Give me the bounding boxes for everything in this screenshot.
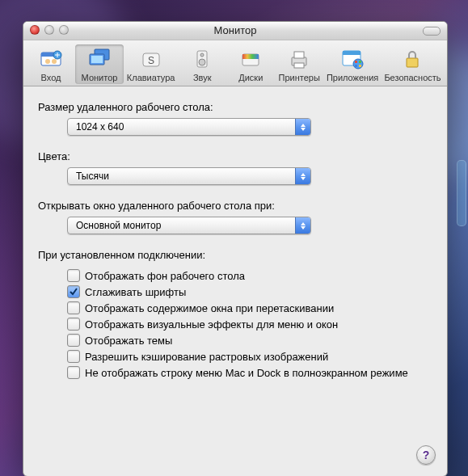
svg-rect-21: [355, 61, 357, 63]
colors-label: Цвета:: [38, 150, 432, 162]
checkbox[interactable]: [67, 301, 80, 314]
lock-icon: [399, 46, 425, 72]
checkbox-label: Разрешить кэширование растровых изображе…: [85, 351, 328, 363]
keyboard-icon: S: [138, 46, 164, 72]
svg-point-3: [52, 59, 57, 64]
svg-point-20: [353, 59, 363, 69]
checkbox-label: Отображать темы: [85, 335, 172, 347]
checkbox-row: Отображать содержимое окна при перетаски…: [67, 300, 432, 316]
disks-icon: [238, 46, 264, 72]
checkbox-label: Сглаживать шрифты: [85, 286, 186, 298]
toolbar-item-printers[interactable]: Принтеры: [275, 44, 323, 84]
toolbar-toggle-button[interactable]: [423, 27, 441, 36]
svg-rect-25: [407, 58, 418, 67]
close-button[interactable]: [30, 25, 40, 35]
svg-rect-24: [359, 65, 361, 67]
checkbox[interactable]: [67, 366, 80, 379]
svg-point-2: [45, 59, 50, 64]
toolbar-item-applications[interactable]: Приложения: [323, 44, 382, 84]
login-icon: [38, 46, 64, 72]
chevron-updown-icon: [295, 217, 310, 234]
checkbox[interactable]: [67, 334, 80, 347]
toolbar-item-keyboard[interactable]: S Клавиатура: [124, 44, 178, 84]
svg-point-11: [199, 59, 205, 65]
zoom-button[interactable]: [59, 25, 69, 35]
checkbox-row: Сглаживать шрифты: [67, 284, 432, 300]
checkbox-group: Отображать фон рабочего столаСглаживать …: [67, 267, 432, 381]
remote-size-dropdown[interactable]: 1024 x 640: [67, 118, 311, 136]
titlebar[interactable]: Монитор: [23, 22, 447, 40]
checkbox-label: Отображать визуальные эффекты для меню и…: [85, 318, 338, 331]
checkbox[interactable]: [67, 285, 80, 298]
checkbox-row: Отображать фон рабочего стола: [67, 267, 432, 284]
toolbar-item-disks[interactable]: Диски: [226, 44, 275, 84]
printers-icon: [286, 46, 312, 72]
svg-rect-17: [294, 63, 304, 68]
traffic-lights: [30, 25, 69, 35]
toolbar-item-sound[interactable]: Звук: [178, 44, 226, 84]
checkbox-label: Не отображать строку меню Mac и Dock в п…: [85, 367, 408, 379]
checkbox-row: Отображать визуальные эффекты для меню и…: [67, 316, 432, 332]
open-on-dropdown[interactable]: Основной монитор: [67, 217, 311, 234]
while-connected-label: При установленном подключении:: [38, 249, 432, 261]
desktop-pager: [457, 160, 466, 226]
toolbar-item-security[interactable]: Безопасность: [382, 44, 444, 84]
colors-dropdown[interactable]: Тысячи: [67, 167, 311, 185]
preferences-window: Монитор Вход Монитор S Клавиатура: [23, 21, 448, 476]
svg-point-12: [200, 53, 204, 57]
checkbox[interactable]: [67, 350, 80, 363]
svg-rect-16: [294, 52, 304, 58]
svg-rect-23: [355, 65, 357, 67]
help-button[interactable]: ?: [416, 445, 436, 465]
remote-size-label: Размер удаленного рабочего стола:: [38, 101, 432, 113]
svg-rect-7: [91, 56, 103, 63]
svg-rect-22: [359, 61, 361, 63]
checkbox-label: Отображать фон рабочего стола: [85, 270, 245, 282]
content-pane: Размер удаленного рабочего стола: 1024 x…: [23, 86, 447, 389]
chevron-updown-icon: [295, 168, 310, 184]
sound-icon: [189, 46, 215, 72]
checkbox[interactable]: [67, 269, 80, 282]
svg-rect-14: [242, 54, 259, 59]
checkbox-row: Разрешить кэширование растровых изображе…: [67, 348, 432, 364]
applications-icon: [339, 46, 365, 72]
monitor-icon: [86, 46, 112, 72]
checkbox-label: Отображать содержимое окна при перетаски…: [85, 302, 334, 314]
window-title: Монитор: [214, 24, 257, 36]
svg-rect-19: [343, 51, 360, 55]
svg-text:S: S: [148, 55, 154, 66]
minimize-button[interactable]: [44, 25, 54, 35]
chevron-updown-icon: [295, 119, 310, 135]
checkbox[interactable]: [67, 318, 80, 331]
open-on-label: Открывать окно удаленного рабочего стола…: [38, 200, 432, 212]
toolbar: Вход Монитор S Клавиатура Звук Диски: [23, 40, 447, 86]
checkbox-row: Не отображать строку меню Mac и Dock в п…: [67, 364, 432, 381]
toolbar-item-monitor[interactable]: Монитор: [75, 44, 124, 84]
toolbar-item-login[interactable]: Вход: [27, 44, 75, 84]
checkbox-row: Отображать темы: [67, 332, 432, 348]
